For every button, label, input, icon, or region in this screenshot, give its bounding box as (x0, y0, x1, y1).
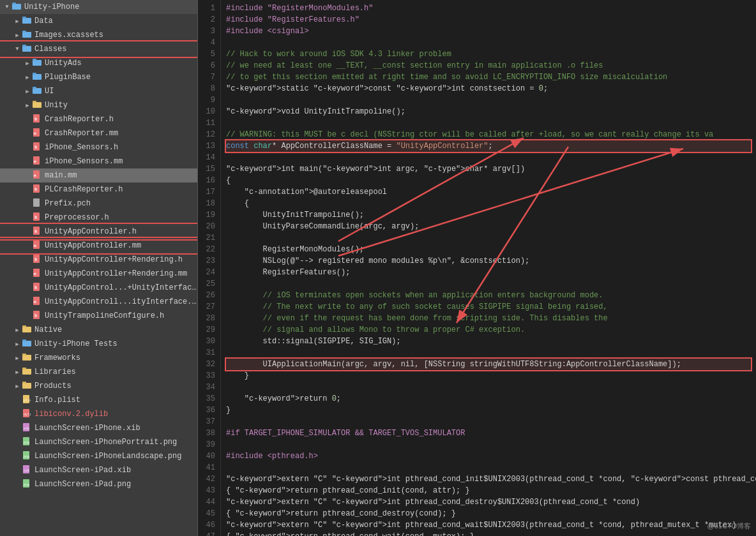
sidebar-item-crashreporter-h[interactable]: hCrashReporter.h (0, 112, 197, 126)
sidebar-item-label: UnityAppControll...ityInterface.mm (45, 297, 197, 306)
code-line: "c-keyword">static "c-keyword">const "c-… (226, 83, 751, 94)
sidebar-item-label: UnityAppControl...+UnityInterface.h (45, 283, 197, 292)
line-number: 3 (203, 26, 215, 37)
code-line: } (226, 370, 751, 382)
svg-rect-13 (33, 87, 36, 89)
sidebar-item-ui[interactable]: ▶UI (0, 84, 197, 98)
sidebar-item-launchscreen-ipad-xib[interactable]: xibLaunchScreen-iPad.xib (0, 463, 197, 477)
code-line: const char* AppControllerClassName = "Un… (226, 140, 751, 152)
line-number: 37 (203, 416, 215, 428)
line-number: 41 (203, 462, 215, 473)
code-line: RegisterMonoModules(); (226, 244, 751, 255)
sidebar-item-label: Preprocessor.h (45, 213, 197, 222)
sidebar-item-launchscreen-iphone-xib[interactable]: xibLaunchScreen-iPhone.xib (0, 421, 197, 435)
sidebar-item-launchscreen-iphoneportrait-png[interactable]: pngLaunchScreen-iPhonePortrait.png (0, 435, 197, 449)
file-mm-icon: m (32, 297, 42, 307)
line-number: 30 (203, 336, 215, 347)
line-number: 43 (203, 485, 215, 496)
sidebar-item-unityappcontrol-unityinterface-h[interactable]: hUnityAppControl...+UnityInterface.h (0, 281, 197, 295)
sidebar-item-label: iPhone_Sensors.mm (45, 157, 197, 166)
code-line (226, 232, 751, 244)
svg-rect-15 (33, 101, 36, 103)
sidebar-item-label: Data (34, 17, 197, 26)
svg-rect-48 (22, 339, 26, 341)
svg-rect-51 (22, 369, 31, 375)
folder-icon (32, 100, 42, 110)
sidebar-item-libiconv-dylib[interactable]: dyliblibiconv.2.dylib (0, 407, 197, 421)
sidebar-item-unityappcontroller-mm[interactable]: mUnityAppController.mm (0, 239, 197, 253)
code-line: "c-annotation">@autoreleasepool (226, 186, 751, 198)
svg-rect-11 (33, 73, 36, 75)
svg-rect-5 (22, 31, 26, 33)
svg-rect-49 (22, 355, 31, 361)
svg-rect-50 (22, 354, 26, 355)
expand-arrow: ▶ (23, 74, 32, 81)
code-line (226, 117, 751, 129)
file-png-icon: png (22, 437, 32, 447)
line-number: 46 (203, 519, 215, 531)
sidebar-item-info-plist[interactable]: plistInfo.plist (0, 393, 197, 407)
line-number: 2 (203, 14, 215, 26)
sidebar-item-unityappcontrol-ityinterface-mm[interactable]: mUnityAppControll...ityInterface.mm (0, 295, 197, 309)
line-number: 23 (203, 255, 215, 267)
sidebar-item-classes[interactable]: ▼Classes (0, 42, 197, 56)
sidebar-item-unityappcontroller-rendering-h[interactable]: hUnityAppController+Rendering.h (0, 253, 197, 267)
svg-text:png: png (24, 482, 29, 487)
sidebar-item-unity-iphone-tests[interactable]: ▶Unity-iPhone Tests (0, 337, 197, 351)
svg-text:h: h (34, 145, 37, 150)
sidebar-item-unityads[interactable]: ▶UnityAds (0, 56, 197, 70)
sidebar-item-prefix-pch[interactable]: Prefix.pch (0, 197, 197, 211)
expand-arrow: ▶ (23, 60, 32, 67)
code-line: { "c-keyword">return pthread_cond_wait(c… (226, 531, 751, 536)
code-line: // signal and allows Mono to throw a pro… (226, 324, 751, 336)
file-h-icon: h (32, 227, 42, 237)
sidebar-item-label: Native (34, 325, 197, 334)
sidebar-item-main-mm[interactable]: mmain.mm (0, 168, 197, 182)
svg-rect-54 (22, 382, 26, 383)
code-line (226, 278, 751, 290)
sidebar-item-frameworks[interactable]: ▶Frameworks (0, 351, 197, 365)
code-line: // Hack to work around iOS SDK 4.3 linke… (226, 48, 751, 60)
expand-arrow: ▶ (13, 355, 22, 362)
sidebar-item-unityappcontroller-rendering-mm[interactable]: mUnityAppController+Rendering.mm (0, 267, 197, 281)
svg-rect-46 (22, 325, 26, 327)
line-number: 15 (203, 163, 215, 175)
file-h-icon: h (32, 255, 42, 265)
code-line: #include <csignal> (226, 26, 751, 37)
sidebar-item-iphone-sensors-mm[interactable]: miPhone_Sensors.mm (0, 154, 197, 168)
sidebar-item-pluginbase[interactable]: ▶PluginBase (0, 70, 197, 84)
line-number: 20 (203, 221, 215, 232)
sidebar-item-crashreporter-mm[interactable]: mCrashReporter.mm (0, 126, 197, 140)
sidebar-item-unity-iphone-root[interactable]: ▼Unity-iPhone (0, 0, 197, 14)
svg-text:m: m (34, 271, 36, 276)
sidebar-item-launchscreen-iphonelandscape-png[interactable]: pngLaunchScreen-iPhoneLandscape.png (0, 449, 197, 463)
file-png-icon: png (22, 451, 32, 461)
code-line: { (226, 198, 751, 209)
svg-text:h: h (34, 215, 37, 220)
watermark: @51CTO博客 (707, 521, 751, 531)
sidebar-item-label: LaunchScreen-iPad.png (34, 480, 197, 489)
sidebar-item-launchscreen-ipad-png[interactable]: pngLaunchScreen-iPad.png (0, 477, 197, 491)
sidebar-item-data[interactable]: ▶Data (0, 14, 197, 28)
sidebar-item-plcrashreporter-h[interactable]: hPLCrashReporter.h (0, 182, 197, 197)
sidebar-item-unitytrampolineconfigure-h[interactable]: hUnityTrampolineConfigure.h (0, 309, 197, 323)
file-navigator[interactable]: ▼Unity-iPhone▶Data▶Images.xcassets▼Class… (0, 0, 198, 536)
sidebar-item-libraries[interactable]: ▶Libraries (0, 365, 197, 379)
svg-text:m: m (34, 299, 36, 304)
sidebar-item-native[interactable]: ▶Native (0, 323, 197, 337)
file-h-icon: h (32, 114, 42, 124)
sidebar-item-images-xcassets[interactable]: ▶Images.xcassets (0, 28, 197, 42)
sidebar-item-unityappcontroller-h[interactable]: hUnityAppController.h (0, 225, 197, 239)
svg-rect-9 (33, 59, 36, 61)
sidebar-item-label: Info.plist (34, 396, 197, 405)
sidebar-item-unity-folder[interactable]: ▶Unity (0, 98, 197, 112)
sidebar-item-preprocessor-h[interactable]: hPreprocessor.h (0, 211, 197, 225)
code-line: UIApplicationMain(argc, argv, nil, [NSSt… (226, 359, 751, 370)
file-h-icon: h (32, 311, 42, 321)
code-line: // we need at least one __TEXT, __const … (226, 60, 751, 71)
sidebar-item-products[interactable]: ▶Products (0, 379, 197, 393)
sidebar-item-iphone-sensors-h[interactable]: hiPhone_Sensors.h (0, 140, 197, 154)
sidebar-item-label: UnityAppController+Rendering.mm (45, 269, 197, 278)
line-number: 27 (203, 301, 215, 313)
file-dylib-icon: dylib (22, 409, 32, 419)
